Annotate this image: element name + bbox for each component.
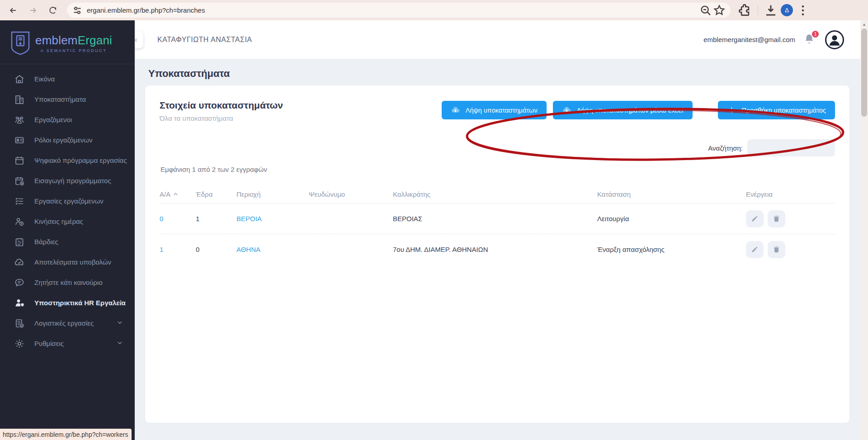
sidebar-item-label: Αποτελέσματα υποβολών (34, 258, 111, 266)
back-icon[interactable] (5, 3, 21, 18)
user-email: emblemerganitest@gmail.com (703, 36, 795, 43)
sidebar-item-label: Ρόλοι εργαζόμενων (34, 136, 93, 144)
app-logo[interactable]: emblemErgani A SEMANTIC PRODUCT (0, 20, 135, 64)
url-bar[interactable]: ergani.emblem.gr/be.php?ch=branches (67, 3, 731, 18)
sidebar-item-kiniseis[interactable]: Κινήσεις ημέρας (0, 211, 135, 232)
branch-area-link[interactable]: ΒΕΡΟΙΑ (236, 215, 262, 222)
sidebar-item-ergasies[interactable]: Εργασίες εργαζόμενων (0, 191, 135, 211)
pencil-icon (751, 246, 759, 253)
column-header-edra[interactable]: Έδρα (196, 190, 236, 198)
person-shield-icon (14, 297, 25, 309)
edit-button[interactable] (746, 241, 764, 258)
sidebar-item-label: Ζητήστε κάτι καινούριο (34, 279, 103, 286)
logo-shield-icon (10, 30, 31, 56)
sidebar-group-rythmiseis[interactable]: Ρυθμίσεις (0, 333, 135, 354)
sidebar-item-label: Εργασίες εργαζόμενων (34, 197, 104, 205)
branch-id-link[interactable]: 1 (160, 246, 163, 253)
add-branch-button[interactable]: Προσθήκη υποκαταστημάτος (718, 101, 835, 119)
table-header-row: Α/Α Έδρα Περιοχή Ψευδώνυμο Καλλικράτης Κ… (160, 185, 835, 203)
column-header-pseudonym[interactable]: Ψευδώνυμο (309, 190, 393, 198)
app-header: « ΚΑΤΑΦΥΓΙΩΤΗ ΑΝΑΣΤΑΣΙΑ emblemerganitest… (135, 20, 860, 59)
column-header-kallikratis[interactable]: Καλλικράτης (393, 190, 597, 198)
user-avatar[interactable] (825, 30, 844, 49)
sidebar-item-eikona[interactable]: Εικόνα (0, 69, 135, 89)
delete-button[interactable] (768, 210, 785, 227)
page-scrollbar[interactable]: ▲ (860, 20, 868, 440)
sidebar-item-label: Βάρδιες (34, 238, 58, 246)
page-title: Υποκαταστήματα (148, 68, 860, 80)
id-badge-icon (14, 134, 25, 146)
main-content: Υποκαταστήματα Στοιχεία υποκαταστημάτων … (135, 59, 860, 440)
cloud-download-icon (451, 105, 460, 115)
sidebar-group-hr-tools[interactable]: Υποστηρικτικά HR Εργαλεία (0, 293, 135, 313)
card-title: Στοιχεία υποκαταστημάτων (160, 100, 283, 111)
column-header-action: Ενέργεια (746, 190, 835, 198)
column-header-status[interactable]: Κατάσταση (597, 190, 746, 198)
sidebar-item-label: Ψηφιακό πρόγραμμα εργασίας (34, 156, 127, 164)
sidebar: emblemErgani A SEMANTIC PRODUCT Εικόνα Υ… (0, 20, 135, 440)
downloads-icon[interactable] (764, 3, 778, 18)
scroll-up-icon[interactable]: ▲ (860, 20, 868, 28)
branch-id-link[interactable]: 0 (160, 215, 163, 222)
sidebar-item-psifiako-programma[interactable]: Ψηφιακό πρόγραμμα εργασίας (0, 150, 135, 170)
extensions-icon[interactable] (738, 3, 752, 18)
notifications-bell-icon[interactable]: 1 (803, 33, 817, 47)
sidebar-item-eisagogi-programmatos[interactable]: Εισαγωγή προγράμματος (0, 170, 135, 191)
chat-icon (14, 277, 25, 289)
sidebar-item-label: Εργαζόμενοι (34, 116, 72, 123)
browser-profile-avatar[interactable]: Δ (781, 4, 793, 16)
cell-edra: 1 (196, 215, 236, 222)
sidebar-item-apotelesmata[interactable]: Αποτελέσματα υποβολών (0, 252, 135, 272)
calendar-icon (14, 155, 25, 166)
column-header-perioxi[interactable]: Περιοχή (236, 190, 309, 198)
sidebar-item-vardies[interactable]: Βάρδιες (0, 232, 135, 252)
sidebar-item-ypokatastimata[interactable]: Υποκαταστήματα (0, 89, 135, 109)
link-preview-statusbar: https://ergani.emblem.gr/be.php?ch=worke… (0, 429, 132, 440)
gear-icon (14, 338, 25, 350)
pencil-icon (751, 215, 759, 222)
sidebar-item-label: Εικόνα (34, 75, 55, 83)
browser-toolbar: ergani.emblem.gr/be.php?ch=branches Δ (0, 0, 868, 20)
sidebar-group-logistikes[interactable]: Λογιστικές εργασίες (0, 313, 135, 333)
url-text[interactable]: ergani.emblem.gr/be.php?ch=branches (87, 6, 699, 14)
sidebar-item-label: Ρυθμίσεις (34, 340, 64, 347)
people-icon (14, 114, 25, 126)
branch-area-link[interactable]: ΑΘΗΝΑ (236, 246, 260, 253)
reload-icon[interactable] (45, 3, 61, 18)
branches-table: Α/Α Έδρα Περιοχή Ψευδώνυμο Καλλικράτης Κ… (160, 185, 835, 265)
download-branches-excel-button[interactable]: Λήψη υποκαταστημάτων μέσω excel (553, 101, 693, 119)
column-header-aa[interactable]: Α/Α (160, 190, 196, 198)
table-row: 1 0 ΑΘΗΝΑ 7ου ΔΗΜ. ΔΙΑΜΕΡ. ΑΘΗΝΑΙΩΝ Έναρ… (160, 234, 835, 265)
card-actions: Λήψη υποκαταστημάτων Λήψη υποκαταστημάτω… (442, 101, 835, 119)
records-summary: Εμφάνιση 1 από 2 των 2 εγγραφών (160, 166, 849, 173)
sidebar-item-ergazomenoi[interactable]: Εργαζόμενοι (0, 109, 135, 130)
cloud-check-icon (14, 256, 25, 268)
table-row: 0 1 ΒΕΡΟΙΑ ΒΕΡΟΙΑΣ Λειτουργία (160, 203, 835, 234)
chrome-menu-icon[interactable] (796, 3, 810, 18)
person-clock-icon (14, 216, 25, 227)
cloud-download-icon (562, 105, 571, 115)
edit-button[interactable] (746, 210, 764, 227)
site-settings-icon[interactable] (71, 5, 83, 16)
sidebar-menu: Εικόνα Υποκαταστήματα Εργαζόμενοι Ρόλοι … (0, 64, 135, 354)
shifts-icon (14, 236, 25, 248)
sidebar-item-roloi[interactable]: Ρόλοι εργαζόμενων (0, 130, 135, 150)
bookmark-star-icon[interactable] (712, 4, 726, 17)
chevron-down-icon (117, 299, 123, 307)
download-branches-button[interactable]: Λήψη υποκαταστημάτων (442, 101, 547, 119)
zoom-out-icon[interactable] (699, 4, 712, 17)
scrollbar-thumb[interactable] (861, 28, 867, 117)
forward-icon (25, 3, 41, 18)
delete-button[interactable] (768, 241, 785, 258)
search-input[interactable] (747, 139, 835, 156)
sidebar-item-zitiste[interactable]: Ζητήστε κάτι καινούριο (0, 272, 135, 293)
card-subtitle: Όλα τα υποκαταστήματα (160, 114, 283, 122)
brand-name: emblemErgani (35, 33, 112, 47)
chevron-down-icon (117, 340, 123, 347)
search-label: Αναζήτηση: (708, 144, 743, 152)
branches-card: Στοιχεία υποκαταστημάτων Όλα τα υποκατασ… (145, 85, 850, 423)
trash-icon (773, 246, 780, 253)
home-icon (14, 73, 25, 85)
cell-kallikratis: ΒΕΡΟΙΑΣ (393, 215, 597, 222)
sort-asc-icon (173, 190, 178, 198)
